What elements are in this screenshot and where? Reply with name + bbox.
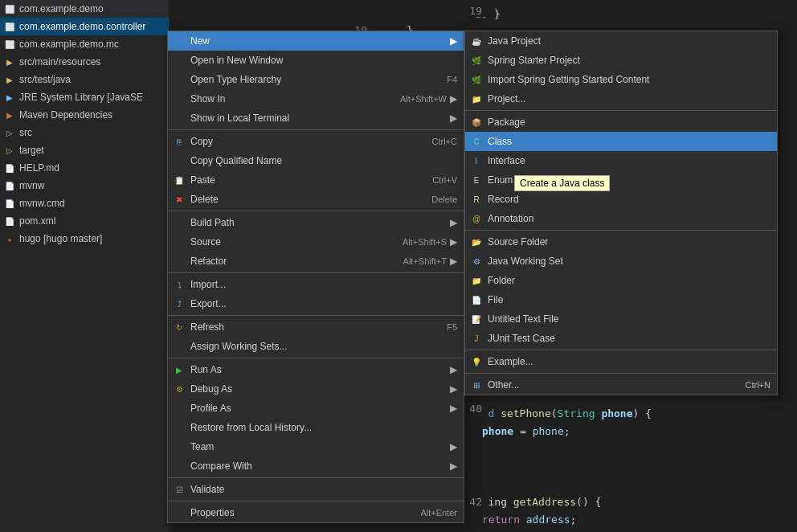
submenu-item-java-working-set[interactable]: ⚙ Java Working Set: [465, 252, 777, 271]
menu-item-paste[interactable]: 📋 Paste Ctrl+V: [168, 170, 464, 190]
file-icon: 📄: [3, 179, 16, 192]
arrow-icon: ▶: [450, 441, 457, 452]
shortcut-label: F5: [447, 322, 457, 332]
sidebar-item-help-md[interactable]: 📄 HELP.md: [0, 159, 169, 177]
submenu-item-label: Import Spring Getting Started Content: [488, 74, 649, 85]
menu-item-label: Validate: [190, 484, 224, 495]
shortcut-label: Ctrl+N: [746, 380, 770, 390]
sidebar-item-label: com.example.demo: [19, 3, 104, 14]
separator: [168, 358, 464, 358]
submenu-item-label: Other...: [488, 379, 519, 391]
menu-item-label: Compare With: [190, 460, 252, 472]
submenu-item-annotation[interactable]: @ Annotation: [465, 209, 777, 228]
menu-item-assign-sets[interactable]: Assign Working Sets...: [168, 337, 464, 356]
project-explorer: ⬜ com.example.demo ⬜ com.example.demo.co…: [0, 0, 169, 532]
folder-icon: ▶: [3, 55, 16, 68]
menu-item-compare-with[interactable]: Compare With ▶: [168, 456, 464, 476]
submenu-item-record[interactable]: R Record: [465, 190, 777, 209]
submenu-item-example[interactable]: 💡 Example...: [465, 352, 777, 371]
sidebar-item-demo-pkg[interactable]: ⬜ com.example.demo: [0, 0, 169, 18]
separator: [168, 272, 464, 273]
menu-item-run-as[interactable]: ▶ Run As ▶: [168, 360, 464, 379]
submenu-item-spring-starter[interactable]: 🌿 Spring Starter Project: [465, 51, 777, 70]
sidebar-item-mvnw[interactable]: 📄 mvnw: [0, 177, 169, 194]
submenu-item-other[interactable]: ⊞ Other... Ctrl+N: [465, 375, 777, 395]
sidebar-item-label: mvnw: [19, 180, 44, 191]
submenu-item-untitled-text[interactable]: 📝 Untitled Text File: [465, 309, 777, 329]
debug-icon: ⚙: [173, 383, 186, 395]
arrow-icon: ▶: [450, 364, 457, 375]
submenu-item-label: JUnit Test Case: [488, 333, 555, 344]
sidebar-item-label: hugo [hugo master]: [19, 233, 102, 244]
sidebar-item-pom[interactable]: 📄 pom.xml: [0, 212, 169, 230]
submenu-item-label: Interface: [488, 155, 525, 166]
submenu-item-java-project[interactable]: ☕ Java Project: [465, 31, 777, 51]
menu-item-team[interactable]: Team ▶: [168, 437, 464, 456]
sidebar-item-target[interactable]: ▷ target: [0, 141, 169, 159]
shortcut-label: Ctrl+V: [432, 175, 457, 185]
submenu-item-interface[interactable]: I Interface: [465, 151, 777, 170]
submenu-item-label: Example...: [488, 356, 533, 367]
menu-item-profile-as[interactable]: Profile As ▶: [168, 399, 464, 418]
submenu-item-package[interactable]: 📦 Package: [465, 113, 777, 132]
menu-item-debug-as[interactable]: ⚙ Debug As ▶: [168, 379, 464, 399]
maven-icon: ▶: [3, 108, 16, 121]
menu-item-properties[interactable]: Properties Alt+Enter: [168, 503, 464, 522]
submenu-item-file[interactable]: 📄 File: [465, 290, 777, 309]
menu-item-label: Export...: [190, 298, 227, 309]
menu-item-import[interactable]: ⤵ Import...: [168, 275, 464, 294]
menu-item-validate[interactable]: ☑ Validate: [168, 480, 464, 499]
git-icon: ⬥: [3, 232, 16, 245]
folder-icon: ▷: [3, 144, 16, 157]
sidebar-item-main-resources[interactable]: ▶ src/main/resources: [0, 53, 169, 71]
sidebar-item-mvnw-cmd[interactable]: 📄 mvnw.cmd: [0, 194, 169, 212]
separator: [465, 350, 777, 350]
separator: [465, 110, 777, 111]
submenu-item-label: Java Project: [488, 35, 541, 47]
menu-item-label: Properties: [190, 507, 235, 518]
menu-item-label: Assign Working Sets...: [190, 341, 288, 352]
menu-item-open-window[interactable]: Open in New Window: [168, 51, 464, 70]
menu-item-export[interactable]: ⤴ Export...: [168, 294, 464, 313]
submenu-item-folder[interactable]: 📁 Folder: [465, 271, 777, 290]
menu-item-restore-history[interactable]: Restore from Local History...: [168, 418, 464, 437]
sidebar-item-label: src/main/resources: [19, 56, 100, 68]
tooltip-create-class: Create a Java class: [514, 175, 610, 191]
menu-item-show-in[interactable]: Show In Alt+Shift+W ▶: [168, 89, 464, 108]
menu-item-build-path[interactable]: Build Path ▶: [168, 213, 464, 232]
menu-item-copy-qualified[interactable]: Copy Qualified Name: [168, 151, 464, 170]
code-getaddress-section: String getAddress() { return address;: [466, 493, 797, 529]
submenu-item-project[interactable]: 📁 Project...: [465, 89, 777, 108]
menu-item-delete[interactable]: ✖ Delete Delete: [168, 190, 464, 209]
menu-item-show-terminal[interactable]: Show in Local Terminal ▶: [168, 108, 464, 128]
sidebar-item-src[interactable]: ▷ src: [0, 124, 169, 141]
sidebar-item-hugo[interactable]: ⬥ hugo [hugo master]: [0, 230, 169, 248]
sidebar-item-mc-pkg[interactable]: ⬜ com.example.demo.mc: [0, 35, 169, 53]
menu-item-source[interactable]: Source Alt+Shift+S ▶: [168, 232, 464, 252]
sidebar-item-label: src/test/java: [19, 74, 71, 85]
menu-item-new[interactable]: New ▶: [168, 31, 464, 51]
submenu-item-source-folder[interactable]: 📂 Source Folder: [465, 232, 777, 252]
menu-item-refactor[interactable]: Refactor Alt+Shift+T ▶: [168, 252, 464, 271]
sidebar-item-label: pom.xml: [19, 215, 55, 227]
sidebar-item-label: com.example.demo.mc: [19, 39, 119, 50]
sidebar-item-maven-deps[interactable]: ▶ Maven Dependencies: [0, 106, 169, 124]
menu-item-refresh[interactable]: ↻ Refresh F5: [168, 317, 464, 337]
sidebar-item-test-java[interactable]: ▶ src/test/java: [0, 71, 169, 88]
submenu-item-class[interactable]: C Class: [465, 132, 777, 151]
submenu-item-label: Package: [488, 117, 525, 128]
new-icon: [173, 35, 186, 47]
submenu-item-enum[interactable]: E Enum: [465, 170, 777, 190]
spring-icon: 🌿: [470, 54, 483, 67]
menu-item-copy[interactable]: ⎘ Copy Ctrl+C: [168, 132, 464, 151]
submenu-item-spring-content[interactable]: 🌿 Import Spring Getting Started Content: [465, 70, 777, 89]
checkbox-icon: ☑: [173, 483, 186, 496]
arrow-icon: ▶: [450, 217, 457, 228]
menu-item-open-hierarchy[interactable]: Open Type Hierarchy F4: [168, 70, 464, 89]
line-num-40: 40: [464, 400, 482, 418]
submenu-item-label: Record: [488, 194, 519, 205]
shortcut-label: Ctrl+C: [432, 137, 457, 146]
sidebar-item-jre-library[interactable]: ▶ JRE System Library [JavaSE: [0, 88, 169, 106]
submenu-item-junit[interactable]: J JUnit Test Case: [465, 329, 777, 348]
sidebar-item-controller-pkg[interactable]: ⬜ com.example.demo.controller: [0, 18, 169, 35]
